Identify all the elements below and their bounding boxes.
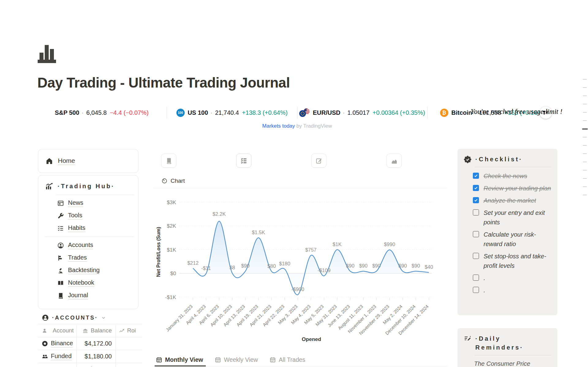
minimap-dash[interactable] [583, 170, 587, 170]
checklist-item: . [473, 286, 551, 295]
checkbox[interactable] [473, 209, 479, 215]
minimap-dash[interactable] [583, 120, 587, 121]
habits-icon [57, 225, 64, 232]
us100-icon: 100 [176, 109, 185, 117]
account-cell[interactable]: Binance [38, 337, 77, 350]
ticker-us100[interactable]: 100 US 100 21,740.4 +138.3 (+0.64%) [167, 109, 297, 117]
checklist-item: Analyze the market [473, 196, 551, 205]
checklist-item-text: Review your trading plan [484, 184, 551, 193]
minimap-dash[interactable] [583, 195, 587, 195]
ticker-sp500[interactable]: S&P 500 6,045.8 −4.4 (−0.07%) [37, 109, 167, 116]
daily-reminders-body: The Consumer Price [474, 360, 551, 367]
sidebar-item-backtesting[interactable]: Backtesting [38, 264, 138, 277]
tab-weekly-view[interactable]: Weekly View [215, 356, 258, 363]
home-icon [45, 157, 53, 165]
compose-button[interactable] [311, 154, 326, 168]
minimap-dash[interactable] [583, 87, 587, 88]
checkbox[interactable] [473, 287, 479, 293]
sidebar-item-label: News [68, 199, 83, 207]
trading-hub-card: ·Trading Hub· News Tools Habits Accounts… [38, 175, 138, 309]
checkbox[interactable] [473, 197, 479, 203]
svg-text:$90: $90 [241, 263, 250, 268]
minimap-dash[interactable] [583, 162, 587, 162]
accounts-section-header[interactable]: ·ACCOUNTS· [42, 314, 106, 321]
ticker-change: −4.4 (−0.07%) [110, 109, 149, 116]
compose-icon-icon [315, 157, 322, 164]
ticker-eurusd[interactable]: EUR/USD 1.05017 +0.00364 (+0.35%) [297, 108, 427, 117]
minimap-dash[interactable] [583, 112, 587, 113]
account-cell[interactable] [38, 363, 77, 367]
area-chart-button[interactable] [386, 154, 402, 168]
checkbox[interactable] [473, 253, 479, 259]
minimap-dash[interactable] [583, 186, 587, 187]
column-header-roi[interactable]: Roi [116, 324, 141, 337]
checkbox[interactable] [473, 185, 479, 191]
notes-pencil-icon [464, 335, 472, 343]
ticker-value: 1.05017 [347, 109, 369, 116]
notebook-icon [57, 280, 64, 286]
bank-icon [82, 328, 88, 334]
minimap-dash[interactable] [583, 153, 587, 154]
tab-label: Weekly View [224, 356, 258, 363]
minimap-dash[interactable] [583, 79, 587, 80]
svg-text:$90: $90 [359, 263, 368, 268]
roi-cell [116, 350, 141, 363]
divider [45, 237, 134, 237]
checklist-item: Review your trading plan [473, 184, 551, 193]
sidebar-item-news[interactable]: News [38, 197, 138, 209]
backtesting-icon [57, 267, 64, 274]
account-name[interactable]: Funded [51, 353, 72, 360]
svg-text:$80: $80 [267, 263, 276, 269]
home-card: Home [38, 149, 138, 173]
column-header-balance[interactable]: Balance [77, 324, 116, 337]
active-tab-underline [155, 365, 206, 366]
minimap-current-dash[interactable] [582, 129, 588, 129]
chart-section-label[interactable]: Chart [161, 178, 185, 184]
checklist-title: ·Checklist· [475, 155, 523, 164]
tab-all-trades[interactable]: All Trades [270, 356, 305, 363]
notebook-icon [57, 280, 64, 286]
sidebar-item-habits[interactable]: Habits [38, 222, 138, 234]
svg-text:$1K: $1K [333, 242, 341, 247]
chevron-down-icon[interactable] [101, 315, 106, 320]
minimap-dash[interactable] [583, 178, 587, 179]
account-cell[interactable]: Funded [38, 350, 77, 363]
markets-today-link[interactable]: Markets today [262, 123, 295, 129]
table-row[interactable]: Funded $1,180.00 [38, 350, 142, 363]
minimap-dash[interactable] [583, 145, 587, 146]
column-header-account[interactable]: Account [38, 324, 77, 337]
svg-text:-$900: -$900 [291, 286, 304, 292]
checklist-item-text: Analyze the market [484, 196, 536, 205]
sidebar-item-notebook[interactable]: Notebook [38, 277, 138, 289]
account-name[interactable]: Binance [51, 340, 73, 347]
checklist-button[interactable] [236, 154, 251, 168]
tab-monthly-view[interactable]: Monthly View [156, 356, 203, 363]
sidebar-item-accounts[interactable]: Accounts [38, 239, 138, 252]
svg-text:$40: $40 [425, 264, 433, 270]
ticker-attribution: Markets today by TradingView [37, 123, 557, 129]
checkbox[interactable] [473, 231, 479, 237]
sidebar-item-journal[interactable]: Journal [38, 289, 138, 302]
svg-text:$757: $757 [305, 247, 317, 253]
minimap-dash[interactable] [583, 95, 587, 96]
checkbox[interactable] [473, 275, 479, 281]
calendar-icon [215, 357, 221, 363]
svg-text:$90: $90 [372, 263, 381, 268]
trend-icon [119, 328, 125, 334]
table-row-partial[interactable]: $836.00 [38, 363, 142, 367]
sidebar-item-tools[interactable]: Tools [38, 209, 138, 222]
badge-check-icon [464, 155, 472, 163]
journal-book-button[interactable] [161, 154, 176, 168]
checkbox[interactable] [473, 173, 479, 179]
eu-flag-icon [299, 110, 306, 117]
page-icon-bar-chart[interactable] [37, 42, 56, 64]
minimap-dash[interactable] [583, 137, 587, 137]
checklist-card: ·Checklist· Check the news Review your t… [458, 149, 557, 315]
y-axis-title: Net Profit/Loss (Sum) [156, 227, 161, 277]
sidebar-item-label: Tools [68, 212, 82, 219]
sidebar-item-trades[interactable]: Trades [38, 252, 138, 264]
minimap-dash[interactable] [583, 104, 587, 104]
trades-icon [57, 255, 64, 261]
table-row[interactable]: Binance $4,172.00 [38, 337, 142, 350]
sidebar-item-home[interactable]: Home [58, 157, 75, 165]
